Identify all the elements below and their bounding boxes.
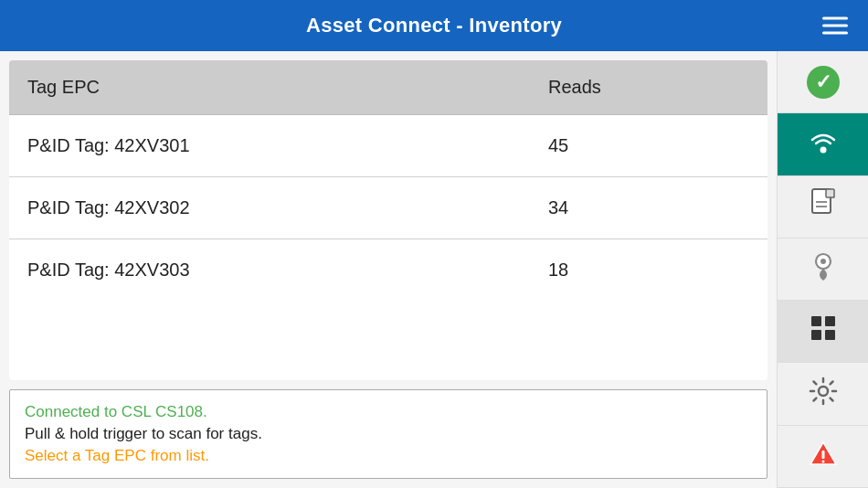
svg-point-0 (820, 147, 826, 154)
svg-rect-7 (811, 316, 821, 326)
sidebar-item-wifi[interactable] (778, 113, 868, 175)
select-prompt: Select a Tag EPC from list. (25, 447, 752, 465)
table-row[interactable]: P&ID Tag: 42XV302 34 (9, 177, 767, 239)
warning-icon (809, 439, 838, 474)
sidebar-item-alert[interactable] (778, 426, 868, 488)
main-layout: Tag EPC Reads P&ID Tag: 42XV301 45 P&ID … (0, 51, 868, 488)
svg-rect-8 (825, 316, 835, 326)
table-body: P&ID Tag: 42XV301 45 P&ID Tag: 42XV302 3… (9, 115, 767, 301)
row-reads: 45 (548, 135, 749, 156)
row-reads: 34 (548, 197, 749, 218)
pin-icon (810, 249, 836, 289)
svg-rect-10 (825, 330, 835, 340)
table-row[interactable]: P&ID Tag: 42XV301 45 (9, 115, 767, 177)
svg-rect-12 (821, 451, 824, 459)
column-reads: Reads (548, 77, 749, 98)
wifi-icon (807, 124, 840, 164)
svg-rect-2 (826, 189, 834, 197)
sidebar-item-grid[interactable] (778, 301, 868, 363)
table-header: Tag EPC Reads (9, 60, 767, 115)
row-reads: 18 (548, 260, 749, 281)
status-box: Connected to CSL CS108. Pull & hold trig… (9, 389, 767, 479)
table-row[interactable]: P&ID Tag: 42XV303 18 (9, 239, 767, 301)
connected-status: Connected to CSL CS108. (25, 403, 752, 421)
sidebar (777, 51, 868, 488)
inventory-table: Tag EPC Reads P&ID Tag: 42XV301 45 P&ID … (9, 60, 767, 380)
svg-rect-9 (811, 330, 821, 340)
sidebar-item-check[interactable] (778, 51, 868, 113)
grid-icon (809, 313, 838, 349)
document-icon (810, 187, 837, 227)
row-tag: P&ID Tag: 42XV303 (27, 260, 548, 281)
sidebar-item-settings[interactable] (778, 363, 868, 425)
row-tag: P&ID Tag: 42XV301 (27, 135, 548, 156)
gear-icon (809, 377, 838, 412)
content-area: Tag EPC Reads P&ID Tag: 42XV301 45 P&ID … (0, 51, 777, 488)
svg-point-6 (820, 259, 826, 264)
sidebar-item-location[interactable] (778, 239, 868, 301)
menu-button[interactable] (817, 12, 853, 40)
svg-point-11 (819, 387, 828, 396)
app-header: Asset Connect - Inventory (0, 0, 868, 51)
check-icon (807, 66, 840, 99)
svg-point-13 (821, 460, 824, 462)
scan-instruction: Pull & hold trigger to scan for tags. (25, 425, 752, 443)
column-tag-epc: Tag EPC (27, 77, 548, 98)
sidebar-item-document[interactable] (778, 176, 868, 239)
app-title: Asset Connect - Inventory (306, 14, 562, 37)
row-tag: P&ID Tag: 42XV302 (27, 197, 548, 218)
